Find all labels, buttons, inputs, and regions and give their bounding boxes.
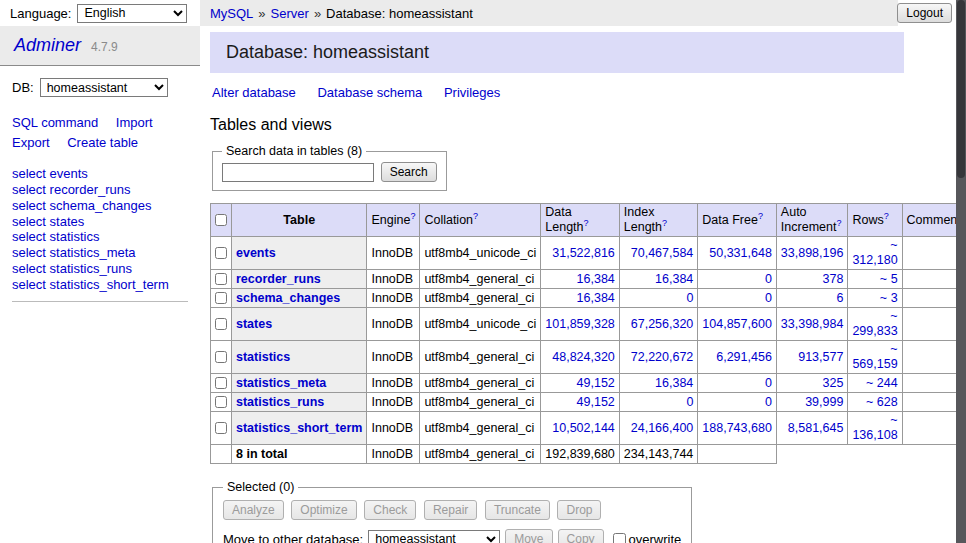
overwrite-checkbox[interactable] <box>613 533 626 543</box>
data-free-link[interactable]: 0 <box>765 376 772 390</box>
table-name-link[interactable]: statistics_runs <box>236 395 324 409</box>
breadcrumb-link-mysql[interactable]: MySQL <box>210 6 253 21</box>
auto-increment-link[interactable]: 6 <box>836 291 843 305</box>
auto-increment-link[interactable]: 39,999 <box>805 395 843 409</box>
table-name-link[interactable]: recorder_runs <box>236 272 321 286</box>
engine-help-link[interactable]: ? <box>410 210 415 220</box>
logout-button[interactable]: Logout <box>897 3 952 23</box>
drop-button[interactable]: Drop <box>557 500 601 520</box>
index-length-help-link[interactable]: ? <box>662 218 667 228</box>
alter-database-link[interactable]: Alter database <box>212 85 296 100</box>
adminer-logo-link[interactable]: Adminer <box>14 35 81 55</box>
select-all-checkbox[interactable] <box>215 214 227 226</box>
row-select-checkbox[interactable] <box>215 273 227 285</box>
db-select[interactable]: homeassistant <box>40 78 168 97</box>
rows-link[interactable]: ~ 3 <box>880 291 898 305</box>
rows-link[interactable]: ~ 5 <box>880 272 898 286</box>
data-free-link[interactable]: 6,291,456 <box>716 350 772 364</box>
language-select[interactable]: English <box>77 4 187 23</box>
index-length-link[interactable]: 16,384 <box>655 376 693 390</box>
sidebar-link-create-table[interactable]: Create table <box>67 135 138 150</box>
data-length-link[interactable]: 10,502,144 <box>552 421 615 435</box>
data-free-link[interactable]: 0 <box>765 291 772 305</box>
data-length-link[interactable]: 48,824,320 <box>552 350 615 364</box>
rows-link[interactable]: ~ 628 <box>866 395 898 409</box>
auto-increment-help-link[interactable]: ? <box>836 218 841 228</box>
row-select-checkbox[interactable] <box>215 318 227 330</box>
index-length-link[interactable]: 67,256,320 <box>631 317 694 331</box>
data-free-link[interactable]: 50,331,648 <box>709 246 772 260</box>
collation-help-link[interactable]: ? <box>473 210 478 220</box>
sidebar-item-select-schema-changes[interactable]: select schema_changes <box>12 198 188 214</box>
sidebar-item-select-events[interactable]: select events <box>12 166 188 182</box>
sidebar-item-select-recorder-runs[interactable]: select recorder_runs <box>12 182 188 198</box>
data-length-link[interactable]: 31,522,816 <box>552 246 615 260</box>
table-name-link[interactable]: states <box>236 317 272 331</box>
truncate-button[interactable]: Truncate <box>485 500 550 520</box>
privileges-link[interactable]: Privileges <box>444 85 500 100</box>
data-free-help-link[interactable]: ? <box>758 210 763 220</box>
move-database-select[interactable]: homeassistant <box>368 530 500 543</box>
data-free-link[interactable]: 0 <box>765 395 772 409</box>
row-select-checkbox[interactable] <box>215 422 227 434</box>
index-length-link[interactable]: 70,467,584 <box>631 246 694 260</box>
auto-increment-link[interactable]: 33,398,984 <box>781 317 844 331</box>
table-name-link[interactable]: statistics_meta <box>236 376 326 390</box>
row-select-checkbox[interactable] <box>215 247 227 259</box>
sidebar-link-export[interactable]: Export <box>12 135 50 150</box>
table-name-link[interactable]: statistics_short_term <box>236 421 362 435</box>
sidebar-item-select-statistics-runs[interactable]: select statistics_runs <box>12 261 188 277</box>
rows-link[interactable]: ~ 312,180 <box>852 238 897 267</box>
sidebar-link-import[interactable]: Import <box>116 115 153 130</box>
rows-link[interactable]: ~ 136,108 <box>852 413 897 442</box>
repair-button[interactable]: Repair <box>424 500 477 520</box>
data-free-link[interactable]: 188,743,680 <box>702 421 772 435</box>
data-free-link[interactable]: 0 <box>765 272 772 286</box>
vertical-scrollbar[interactable] <box>956 0 966 543</box>
rows-help-link[interactable]: ? <box>884 210 889 220</box>
auto-increment-link[interactable]: 325 <box>823 376 844 390</box>
index-length-link[interactable]: 24,166,400 <box>631 421 694 435</box>
optimize-button[interactable]: Optimize <box>291 500 356 520</box>
data-length-link[interactable]: 101,859,328 <box>545 317 615 331</box>
auto-increment-link[interactable]: 378 <box>823 272 844 286</box>
sidebar-item-select-statistics-meta[interactable]: select statistics_meta <box>12 245 188 261</box>
search-input[interactable] <box>222 163 374 182</box>
table-name-link[interactable]: statistics <box>236 350 290 364</box>
index-length-link[interactable]: 0 <box>686 395 693 409</box>
index-length-link[interactable]: 72,220,672 <box>631 350 694 364</box>
row-select-checkbox[interactable] <box>215 377 227 389</box>
auto-increment-link[interactable]: 8,581,645 <box>788 421 844 435</box>
database-schema-link[interactable]: Database schema <box>317 85 422 100</box>
search-button[interactable]: Search <box>381 162 437 182</box>
sidebar-item-select-statistics-short-term[interactable]: select statistics_short_term <box>12 277 188 293</box>
data-length-link[interactable]: 16,384 <box>577 272 615 286</box>
auto-increment-link[interactable]: 913,577 <box>798 350 843 364</box>
rows-link[interactable]: ~ 299,833 <box>852 309 897 338</box>
sidebar-item-select-statistics[interactable]: select statistics <box>12 229 188 245</box>
auto-increment-link[interactable]: 33,898,196 <box>781 246 844 260</box>
table-name-link[interactable]: events <box>236 246 276 260</box>
sidebar-item-select-states[interactable]: select states <box>12 214 188 230</box>
row-select-checkbox[interactable] <box>215 292 227 304</box>
rows-link[interactable]: ~ 244 <box>866 376 898 390</box>
data-free-link[interactable]: 104,857,600 <box>702 317 772 331</box>
data-length-link[interactable]: 49,152 <box>577 376 615 390</box>
index-length-link[interactable]: 16,384 <box>655 272 693 286</box>
data-length-link[interactable]: 49,152 <box>577 395 615 409</box>
sidebar-link-sql-command[interactable]: SQL command <box>12 115 98 130</box>
check-button[interactable]: Check <box>364 500 416 520</box>
row-select-checkbox[interactable] <box>215 351 227 363</box>
index-length-link[interactable]: 0 <box>686 291 693 305</box>
copy-button[interactable]: Copy <box>558 529 604 543</box>
data-length-link[interactable]: 16,384 <box>577 291 615 305</box>
data-length-help-link[interactable]: ? <box>584 218 589 228</box>
analyze-button[interactable]: Analyze <box>223 500 284 520</box>
rows-link[interactable]: ~ 569,159 <box>852 342 897 371</box>
breadcrumb-link-server[interactable]: Server <box>271 6 309 21</box>
scrollbar-thumb[interactable] <box>957 0 965 178</box>
row-select-checkbox[interactable] <box>215 396 227 408</box>
table-name-link[interactable]: schema_changes <box>236 291 340 305</box>
rows-cell: ~ 312,180 <box>848 237 902 270</box>
move-button[interactable]: Move <box>505 529 552 543</box>
